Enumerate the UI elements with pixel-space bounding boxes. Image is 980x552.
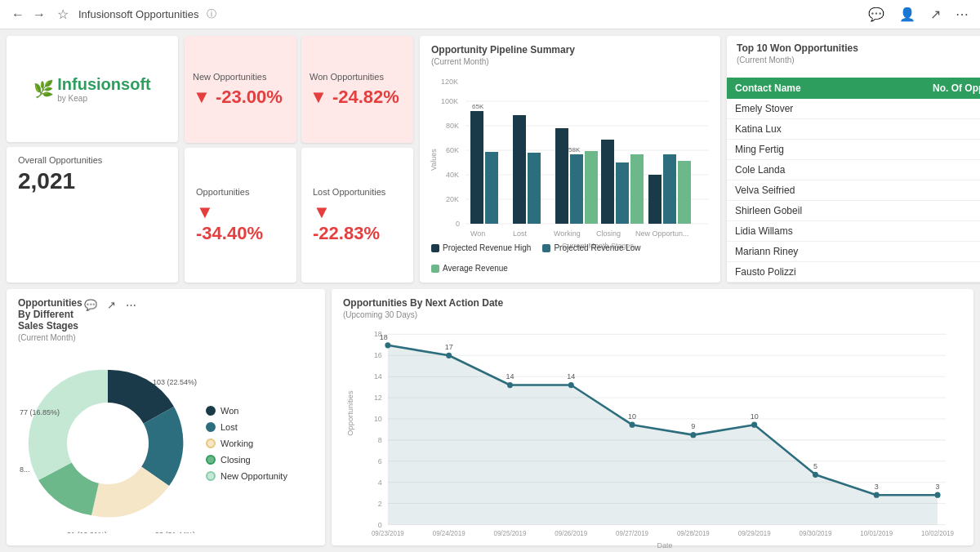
donut-legend: Won Lost Working Closing [206,406,287,481]
table-row: Katina Lux8 [727,119,980,140]
contact-name: Cole Landa [727,160,859,180]
page-title: Infusionsoft Opportunities [78,8,198,20]
people-icon[interactable]: 👤 [898,5,917,24]
svg-text:20K: 20K [446,195,459,203]
svg-text:65K: 65K [472,103,484,110]
donut-title-container: Opportunities By Different Sales Stages … [18,297,82,349]
svg-text:Closing: Closing [596,229,621,238]
info-icon[interactable]: ⓘ [207,7,216,21]
back-button[interactable]: ← [10,6,26,24]
donut-svg: 103 (22.54%) 98 (21.44%) 91 (19.91%) 8..… [18,354,198,533]
svg-text:6: 6 [378,457,382,465]
svg-text:09/26/2019: 09/26/2019 [555,530,587,537]
forward-button[interactable]: → [31,6,47,24]
donut-chat-icon[interactable]: 💬 [82,297,99,313]
table-row: Mariann Riney6 [727,242,980,262]
line-chart-card: Opportunities By Next Action Date (Upcom… [332,289,973,545]
svg-text:09/29/2019: 09/29/2019 [738,530,771,537]
table-row: Shirleen Gobeil6 [727,201,980,221]
contact-count: 9 [859,99,980,119]
contact-name: Katina Lux [727,119,859,140]
svg-rect-26 [663,154,676,224]
contact-name: Shirleen Gobeil [727,201,859,221]
svg-point-71 [874,492,880,498]
svg-text:14: 14 [567,372,575,381]
legend-low: Projected Revenue Low [542,243,640,252]
svg-text:14: 14 [506,372,514,381]
contact-name: Velva Seifried [727,180,859,201]
svg-text:8...: 8... [20,465,30,474]
svg-rect-13 [470,111,483,224]
donut-card-header: Opportunities By Different Sales Stages … [18,297,314,349]
donut-content: 103 (22.54%) 98 (21.44%) 91 (19.91%) 8..… [18,349,314,537]
top10-header: Top 10 Won Opportunities (Current Month) [727,36,980,78]
table-header-row: Contact Name No. Of Opportunities [727,78,980,99]
svg-text:Working: Working [554,229,581,238]
svg-point-72 [935,492,941,498]
kpi-won-value: ▼ -24.82% [310,87,405,108]
table-row: Lidia Willams6 [727,221,980,242]
svg-text:0: 0 [378,520,382,528]
col-contact: Contact Name [727,78,859,99]
svg-rect-22 [601,140,614,224]
line-title: Opportunities By Next Action Date [343,297,962,309]
svg-point-35 [67,403,149,484]
svg-text:10/02/2019: 10/02/2019 [921,530,954,537]
logo-sub: by Keap [57,94,150,103]
table-row: Fausto Polizzi6 [727,262,980,283]
svg-text:80K: 80K [446,122,459,130]
contact-count: 6 [859,242,980,262]
legend-working: Working [206,438,287,448]
svg-text:Values: Values [430,149,438,171]
main-content: 🌿 Infusionsoft by Keap Overall Opportuni… [0,29,980,552]
line-chart-svg: 0 2 4 6 8 10 12 14 16 18 Opportunities [343,326,962,537]
overall-label: Overall Opportunities [18,155,167,165]
bookmark-button[interactable]: ☆ [56,5,70,24]
svg-point-69 [751,422,757,428]
svg-text:Opportunities: Opportunities [346,390,354,436]
kpi-grid: New Opportunities ▼ -23.00% Won Opportun… [185,36,413,283]
svg-text:12: 12 [374,394,382,402]
donut-more-icon[interactable]: ⋯ [124,297,138,313]
kpi-new-value: ▼ -23.00% [193,87,288,108]
expand-icon[interactable]: ↗ [929,5,942,24]
svg-text:120K: 120K [441,78,458,86]
leaf-icon: 🌿 [33,79,54,99]
pipeline-card: Opportunity Pipeline Summary (Current Mo… [420,36,720,283]
svg-text:3: 3 [875,483,879,491]
legend-dot-avg [431,265,439,273]
contact-name: Emely Stover [727,99,859,119]
contact-count: 7 [859,180,980,201]
legend-avg: Average Revenue [431,264,508,273]
pipeline-legend: Projected Revenue High Projected Revenue… [431,243,709,273]
pipeline-chart: 0 20K 40K 60K 80K 100K 120K 65K [431,73,709,236]
svg-rect-19 [570,154,583,224]
svg-text:4: 4 [378,479,382,487]
chat-icon[interactable]: 💬 [866,5,886,24]
top10-title: Top 10 Won Opportunities [737,42,980,54]
arrow-down-icon-3: ▼ [196,202,214,222]
svg-text:10: 10 [751,412,759,421]
svg-text:17: 17 [445,343,453,351]
contact-count: 6 [859,262,980,283]
svg-text:58K: 58K [568,146,581,154]
legend-lost: Lost [206,422,287,432]
logo: 🌿 Infusionsoft by Keap [33,75,150,103]
kpi-new-label: New Opportunities [193,71,288,82]
donut-expand-icon[interactable]: ↗ [105,297,118,313]
nav-buttons: ← → [10,6,47,24]
svg-text:09/28/2019: 09/28/2019 [677,530,710,537]
svg-text:9: 9 [691,422,695,430]
contact-count: 6 [859,221,980,242]
left-panel: 🌿 Infusionsoft by Keap Overall Opportuni… [7,36,178,283]
line-chart-container: 0 2 4 6 8 10 12 14 16 18 Opportunities [343,326,962,537]
donut-title: Opportunities By Different Sales Stages [18,297,82,332]
donut-card: Opportunities By Different Sales Stages … [7,289,325,545]
svg-point-64 [446,353,452,358]
svg-point-66 [568,382,574,388]
overall-value: 2,021 [18,168,167,194]
more-icon[interactable]: ⋯ [954,5,970,24]
svg-point-63 [385,342,390,348]
arrow-down-icon-2: ▼ [310,87,327,107]
arrow-down-icon-4: ▼ [313,202,331,222]
